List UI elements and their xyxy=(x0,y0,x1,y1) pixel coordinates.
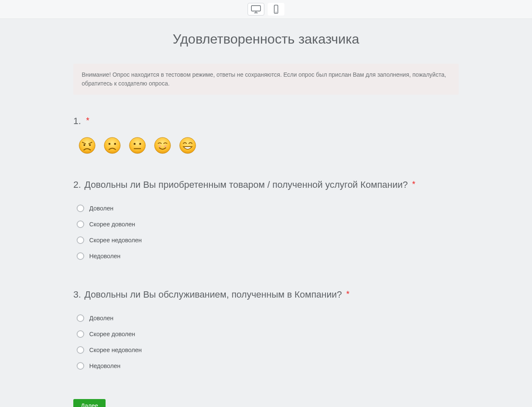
question-text: Довольны ли Вы приобретенным товаром / п… xyxy=(84,179,408,190)
grin-face-icon xyxy=(179,137,196,154)
option-label: Скорее недоволен xyxy=(89,347,142,353)
required-marker: * xyxy=(412,179,416,189)
svg-point-13 xyxy=(139,143,141,145)
required-marker: * xyxy=(346,289,349,298)
option-label: Доволен xyxy=(89,205,114,212)
svg-point-11 xyxy=(129,137,145,153)
svg-point-6 xyxy=(83,144,85,146)
option-label: Доволен xyxy=(89,315,114,321)
question-number: 3. xyxy=(73,289,81,300)
option-label: Скорее доволен xyxy=(89,331,135,337)
svg-point-8 xyxy=(104,137,120,153)
page-title: Удовлетворенность заказчика xyxy=(73,31,459,47)
svg-point-18 xyxy=(180,137,196,153)
emoji-smile[interactable] xyxy=(154,137,171,154)
svg-rect-0 xyxy=(251,5,261,11)
desktop-icon xyxy=(251,5,261,14)
option-row[interactable]: Скорее недоволен xyxy=(77,342,459,358)
angry-face-icon xyxy=(78,137,96,154)
question-1: 1. * xyxy=(73,116,459,154)
required-marker: * xyxy=(86,116,89,125)
radio-icon xyxy=(77,346,84,354)
emoji-frown[interactable] xyxy=(103,137,121,154)
test-mode-notice: Внимание! Опрос находится в тестовом реж… xyxy=(73,64,459,95)
radio-icon xyxy=(77,314,84,322)
svg-point-5 xyxy=(79,137,95,153)
emoji-grin[interactable] xyxy=(179,137,196,154)
question-text: Довольны ли Вы обслуживанием, полученным… xyxy=(84,289,342,300)
neutral-face-icon xyxy=(129,137,146,154)
svg-point-17 xyxy=(164,145,167,147)
radio-icon xyxy=(77,220,84,228)
option-label: Скорее недоволен xyxy=(89,237,142,244)
next-button[interactable]: Далее xyxy=(73,399,106,407)
question-3-header: 3. Довольны ли Вы обслуживанием, получен… xyxy=(73,289,459,300)
svg-point-12 xyxy=(134,143,136,145)
emoji-rating-row xyxy=(73,137,459,154)
option-row[interactable]: Доволен xyxy=(77,200,459,216)
frown-face-icon xyxy=(103,137,121,154)
radio-icon xyxy=(77,205,84,212)
radio-icon xyxy=(77,330,84,338)
radio-icon xyxy=(77,252,84,260)
mobile-view-button[interactable] xyxy=(268,3,284,16)
question-1-header: 1. * xyxy=(73,116,459,127)
question-3: 3. Довольны ли Вы обслуживанием, получен… xyxy=(73,289,459,374)
svg-point-9 xyxy=(108,143,111,145)
option-label: Скорее доволен xyxy=(89,221,135,228)
mobile-icon xyxy=(271,5,281,14)
svg-point-10 xyxy=(114,143,116,145)
question-number: 1. xyxy=(73,116,81,126)
option-row[interactable]: Скорее доволен xyxy=(77,216,459,232)
radio-icon xyxy=(77,236,84,244)
question-2-options: Доволен Скорее доволен Скорее недоволен … xyxy=(73,200,459,264)
desktop-view-button[interactable] xyxy=(248,3,264,16)
question-2: 2. Довольны ли Вы приобретенным товаром … xyxy=(73,179,459,264)
option-label: Недоволен xyxy=(89,363,121,369)
svg-point-15 xyxy=(155,137,170,153)
question-2-header: 2. Довольны ли Вы приобретенным товаром … xyxy=(73,179,459,190)
option-row[interactable]: Недоволен xyxy=(77,248,459,264)
device-toolbar xyxy=(0,0,532,19)
smile-face-icon xyxy=(154,137,171,154)
question-3-options: Доволен Скорее доволен Скорее недоволен … xyxy=(73,310,459,374)
option-row[interactable]: Доволен xyxy=(77,310,459,326)
option-row[interactable]: Скорее доволен xyxy=(77,326,459,342)
emoji-neutral[interactable] xyxy=(129,137,146,154)
radio-icon xyxy=(77,362,84,370)
option-row[interactable]: Скорее недоволен xyxy=(77,232,459,248)
svg-point-16 xyxy=(158,145,161,147)
svg-point-7 xyxy=(89,144,91,146)
option-label: Недоволен xyxy=(89,253,121,259)
option-row[interactable]: Недоволен xyxy=(77,358,459,374)
question-number: 2. xyxy=(73,179,81,190)
emoji-angry[interactable] xyxy=(78,137,96,154)
